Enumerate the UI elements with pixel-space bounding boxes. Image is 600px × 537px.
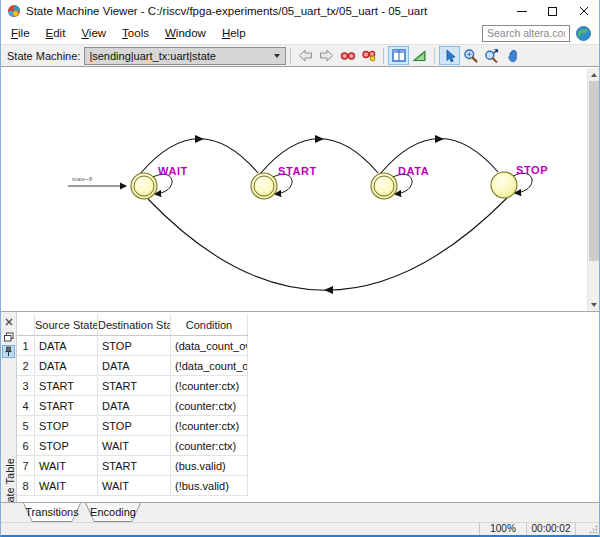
- scroll-down-button[interactable]: [588, 298, 600, 311]
- state-label: STOP: [516, 164, 548, 176]
- highlight-fanin-button[interactable]: [337, 46, 358, 65]
- scrollbar-thumb[interactable]: [589, 81, 600, 261]
- cell-destination-state[interactable]: WAIT: [97, 436, 170, 455]
- state-table-toggle-button[interactable]: [388, 46, 409, 65]
- cell-row-number[interactable]: 7: [17, 456, 34, 475]
- cell-destination-state[interactable]: DATA: [97, 396, 170, 415]
- highlight-fanout-button[interactable]: [358, 46, 379, 65]
- cell-row-number[interactable]: 4: [17, 396, 34, 415]
- cell-condition[interactable]: (!data_count_ov_d): [170, 356, 248, 375]
- search-area: [482, 24, 592, 42]
- cell-source-state[interactable]: STOP: [34, 416, 97, 435]
- cell-destination-state[interactable]: START: [97, 376, 170, 395]
- state-machine-combobox[interactable]: |sending|uart_tx:uart|state: [84, 47, 286, 65]
- table-row[interactable]: 1DATASTOP(data_count_ov_d): [17, 336, 248, 356]
- window-controls: [506, 0, 599, 22]
- state-label: START: [278, 165, 317, 177]
- close-icon: [5, 318, 13, 326]
- column-header-condition[interactable]: Condition: [170, 314, 248, 335]
- menu-window[interactable]: Window: [157, 24, 214, 42]
- forward-button[interactable]: [316, 46, 337, 65]
- state-wait[interactable]: WAIT: [131, 165, 188, 199]
- back-button[interactable]: [295, 46, 316, 65]
- cell-row-number[interactable]: 5: [17, 416, 34, 435]
- tab-transitions[interactable]: Transitions: [23, 503, 81, 522]
- state-data[interactable]: DATA: [371, 165, 429, 199]
- cell-destination-state[interactable]: STOP: [97, 336, 170, 355]
- cell-row-number[interactable]: 8: [17, 476, 34, 495]
- state-diagram-button[interactable]: [409, 46, 430, 65]
- cell-condition[interactable]: (!bus.valid): [170, 476, 248, 495]
- transition-arrowhead: [324, 286, 333, 294]
- cell-destination-state[interactable]: WAIT: [97, 476, 170, 495]
- titlebar: State Machine Viewer - C:/riscv/fpga-exp…: [1, 0, 599, 22]
- cell-row-number[interactable]: 3: [17, 376, 34, 395]
- cell-source-state[interactable]: START: [34, 396, 97, 415]
- cell-source-state[interactable]: START: [34, 376, 97, 395]
- app-icon: [7, 4, 21, 18]
- cell-condition[interactable]: (counter:ctx): [170, 396, 248, 415]
- state-label: WAIT: [158, 165, 188, 177]
- cell-condition[interactable]: (!counter:ctx): [170, 376, 248, 395]
- menu-file[interactable]: File: [3, 24, 38, 42]
- table-row[interactable]: 2DATADATA(!data_count_ov_d): [17, 356, 248, 376]
- cell-condition[interactable]: (data_count_ov_d): [170, 336, 248, 355]
- search-go-button[interactable]: [574, 24, 592, 42]
- state-machine-label: State Machine:: [7, 50, 80, 62]
- menu-edit[interactable]: Edit: [38, 24, 74, 42]
- table-row[interactable]: 3STARTSTART(!counter:ctx): [17, 376, 248, 396]
- pin-panel-button[interactable]: [2, 345, 15, 358]
- tab-encoding[interactable]: Encoding: [85, 503, 141, 522]
- cell-destination-state[interactable]: STOP: [97, 416, 170, 435]
- cell-source-state[interactable]: WAIT: [34, 476, 97, 495]
- cell-source-state[interactable]: STOP: [34, 436, 97, 455]
- cell-row-number[interactable]: 1: [17, 336, 34, 355]
- table-row[interactable]: 7WAITSTART(bus.valid): [17, 456, 248, 476]
- state-start[interactable]: START: [251, 165, 317, 199]
- cell-row-number[interactable]: 2: [17, 356, 34, 375]
- close-panel-button[interactable]: [2, 315, 15, 328]
- table-row[interactable]: 8WAITWAIT(!bus.valid): [17, 476, 248, 496]
- table-row[interactable]: 4STARTDATA(counter:ctx): [17, 396, 248, 416]
- float-panel-button[interactable]: [2, 330, 15, 343]
- menu-help[interactable]: Help: [214, 24, 254, 42]
- minimize-button[interactable]: [506, 0, 537, 22]
- cell-condition[interactable]: (bus.valid): [170, 456, 248, 475]
- zoom-tool-button[interactable]: [460, 46, 481, 65]
- cell-destination-state[interactable]: START: [97, 456, 170, 475]
- resize-grip-icon[interactable]: [589, 525, 598, 534]
- cell-source-state[interactable]: DATA: [34, 336, 97, 355]
- close-button[interactable]: [568, 0, 599, 22]
- table-row[interactable]: 6STOPWAIT(counter:ctx): [17, 436, 248, 456]
- select-cursor-icon: [444, 49, 456, 63]
- select-tool-button[interactable]: [439, 46, 460, 65]
- cell-source-state[interactable]: WAIT: [34, 456, 97, 475]
- scroll-up-button[interactable]: [588, 68, 600, 81]
- state-stop[interactable]: STOP: [491, 164, 548, 198]
- pan-tool-button[interactable]: [502, 46, 523, 65]
- menu-view[interactable]: View: [73, 24, 114, 42]
- cell-destination-state[interactable]: DATA: [97, 356, 170, 375]
- highlight-fanin-icon: [340, 50, 356, 62]
- state-machine-value: |sending|uart_tx:uart|state: [89, 50, 216, 62]
- menu-tools[interactable]: Tools: [114, 24, 157, 42]
- zoom-selection-button[interactable]: [481, 46, 502, 65]
- transition-stop-wait[interactable]: [148, 198, 507, 290]
- table-row[interactable]: 5STOPSTOP(!counter:ctx): [17, 416, 248, 436]
- header-row-number: [17, 314, 34, 335]
- cell-condition[interactable]: (counter:ctx): [170, 436, 248, 455]
- column-header-source-state[interactable]: Source State: [34, 314, 97, 335]
- cell-row-number[interactable]: 6: [17, 436, 34, 455]
- vertical-scrollbar[interactable]: [587, 68, 600, 311]
- minimize-icon: [517, 11, 527, 12]
- column-header-destination-state[interactable]: Destination State: [97, 314, 170, 335]
- state-diagram: state~8 WAIT: [2, 68, 587, 311]
- cell-source-state[interactable]: DATA: [34, 356, 97, 375]
- pin-icon: [4, 346, 13, 357]
- cell-condition[interactable]: (!counter:ctx): [170, 416, 248, 435]
- search-input[interactable]: [482, 25, 570, 42]
- diagram-canvas[interactable]: state~8 WAIT: [2, 68, 600, 311]
- maximize-button[interactable]: [537, 0, 568, 22]
- state-table-panel: Source StateDestination StateCondition 1…: [1, 311, 599, 502]
- back-icon: [298, 49, 313, 62]
